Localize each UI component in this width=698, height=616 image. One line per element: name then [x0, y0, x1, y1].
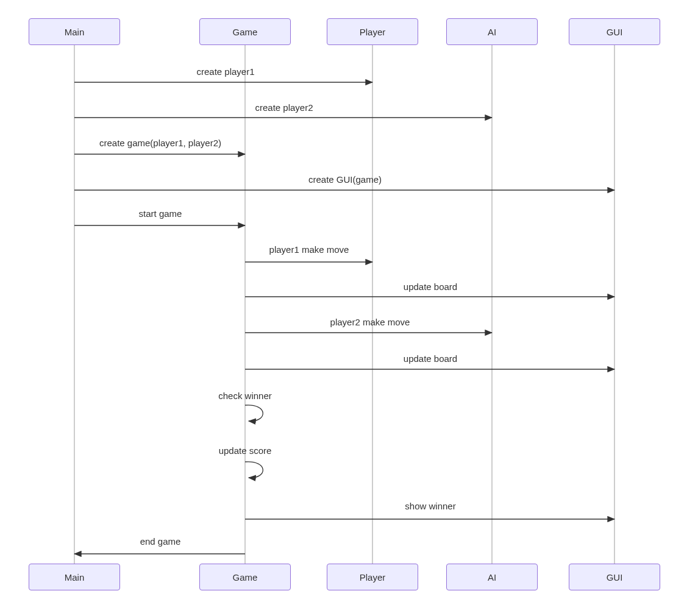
participant-main-bottom: Main — [29, 564, 120, 590]
message-label: check winner — [218, 391, 272, 401]
participant-label: GUI — [607, 27, 623, 37]
participant-player-top: Player — [327, 18, 418, 45]
message-label: create game(player1, player2) — [99, 138, 221, 148]
sequence-diagram: MainGamePlayerAIGUIMainGamePlayerAIGUIcr… — [0, 0, 698, 616]
message-label: start game — [139, 208, 182, 219]
message-label: create player2 — [255, 102, 313, 113]
message-label: player2 make move — [330, 317, 410, 327]
message-label: update board — [404, 281, 457, 292]
participant-label: Player — [360, 27, 386, 37]
message-label: update score — [219, 445, 272, 456]
message-label: create GUI(game) — [308, 174, 382, 185]
participant-ai-bottom: AI — [446, 564, 538, 590]
participant-game-bottom: Game — [199, 564, 291, 590]
message-label: show winner — [405, 501, 455, 511]
message-label: end game — [140, 536, 181, 547]
participant-label: Main — [65, 27, 85, 37]
participant-gui-bottom: GUI — [569, 564, 660, 590]
participant-label: GUI — [607, 572, 623, 582]
participant-label: AI — [488, 572, 496, 582]
participant-label: AI — [488, 27, 496, 37]
message-label: player1 make move — [269, 244, 349, 255]
participant-main-top: Main — [29, 18, 120, 45]
participant-label: Main — [65, 572, 85, 582]
participant-player-bottom: Player — [327, 564, 418, 590]
participant-gui-top: GUI — [569, 18, 660, 45]
message-label: create player1 — [196, 66, 254, 77]
participant-label: Game — [233, 572, 258, 582]
participant-game-top: Game — [199, 18, 291, 45]
participant-label: Player — [360, 572, 386, 582]
participant-label: Game — [233, 27, 258, 37]
diagram-svg — [0, 0, 698, 616]
participant-ai-top: AI — [446, 18, 538, 45]
message-label: update board — [404, 353, 457, 364]
